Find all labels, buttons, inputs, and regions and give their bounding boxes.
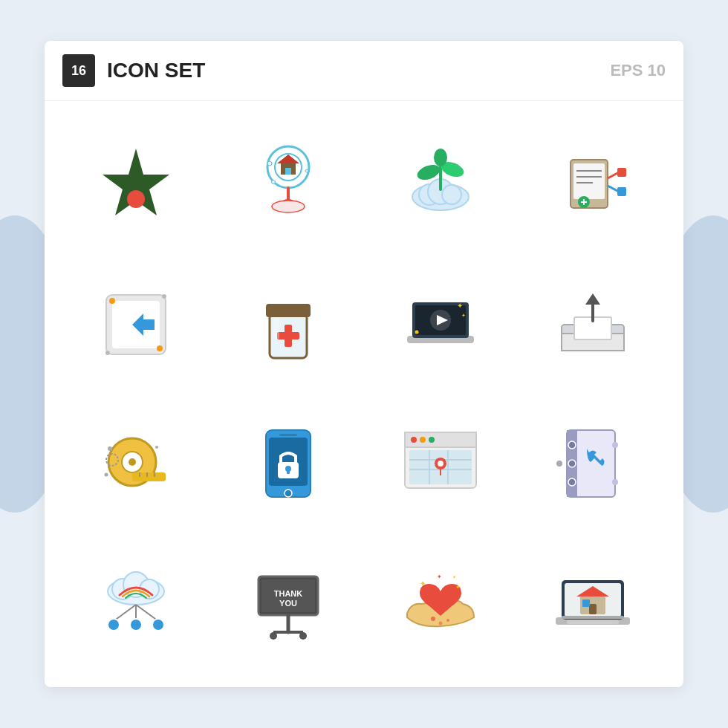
svg-point-96 xyxy=(556,461,562,467)
icon-map-web xyxy=(364,394,516,533)
svg-point-105 xyxy=(130,619,142,631)
icon-location-house xyxy=(212,116,364,255)
svg-point-11 xyxy=(271,180,275,183)
svg-line-103 xyxy=(136,605,158,621)
svg-text:YOU: YOU xyxy=(279,599,297,608)
svg-point-66 xyxy=(155,446,158,449)
svg-point-122 xyxy=(438,622,442,625)
svg-point-93 xyxy=(568,478,576,486)
icon-back-arrow xyxy=(59,255,212,394)
svg-text:✦: ✦ xyxy=(461,313,466,318)
svg-line-31 xyxy=(608,186,619,192)
icon-home-laptop xyxy=(516,533,669,672)
svg-text:✦: ✦ xyxy=(420,579,426,588)
icon-thank-you-sign: THANK YOU xyxy=(212,533,364,672)
svg-point-67 xyxy=(104,473,108,477)
svg-rect-131 xyxy=(562,616,624,619)
icon-device-connect xyxy=(516,116,669,255)
svg-point-78 xyxy=(411,437,417,443)
svg-text:✦: ✦ xyxy=(457,302,463,310)
svg-rect-73 xyxy=(287,469,290,474)
page-title: ICON SET xyxy=(107,59,598,82)
svg-point-37 xyxy=(157,345,163,351)
svg-line-29 xyxy=(608,172,619,178)
icon-phone-lock xyxy=(212,394,364,533)
svg-point-92 xyxy=(568,460,576,467)
svg-line-101 xyxy=(114,605,136,621)
svg-rect-61 xyxy=(132,472,166,481)
svg-point-123 xyxy=(446,619,449,622)
svg-point-9 xyxy=(267,161,272,166)
icon-plant-cloud xyxy=(364,116,516,255)
svg-point-1 xyxy=(127,190,145,208)
svg-rect-129 xyxy=(589,604,597,614)
icon-heart-hand: ✦ ✦ ✦ ✦ xyxy=(364,533,516,672)
svg-rect-22 xyxy=(573,163,605,199)
icon-cloud-network xyxy=(59,533,212,672)
svg-point-52 xyxy=(415,330,418,334)
svg-point-87 xyxy=(438,461,443,467)
svg-point-80 xyxy=(429,437,435,443)
svg-point-65 xyxy=(108,446,112,451)
svg-rect-41 xyxy=(266,304,311,317)
svg-text:✦: ✦ xyxy=(452,575,456,579)
svg-point-79 xyxy=(420,437,426,443)
svg-rect-132 xyxy=(567,620,619,624)
svg-point-121 xyxy=(431,617,435,621)
svg-rect-130 xyxy=(582,599,590,607)
svg-point-12 xyxy=(272,201,305,212)
svg-point-95 xyxy=(612,479,618,485)
svg-rect-75 xyxy=(279,434,297,436)
svg-rect-44 xyxy=(273,317,279,339)
svg-point-106 xyxy=(152,619,164,631)
svg-rect-70 xyxy=(269,438,308,486)
main-card: 16 ICON SET EPS 10 xyxy=(45,41,683,687)
svg-point-16 xyxy=(442,185,461,204)
icon-video-laptop: ✦ ✦ xyxy=(364,255,516,394)
icon-camera-measure xyxy=(59,394,212,533)
icon-inbox-upload xyxy=(516,255,669,394)
svg-point-36 xyxy=(109,298,115,304)
icon-medicine-jar xyxy=(212,255,364,394)
svg-point-104 xyxy=(108,619,120,631)
icons-grid: ✦ ✦ xyxy=(45,101,683,687)
svg-point-60 xyxy=(129,458,136,466)
svg-point-10 xyxy=(305,169,308,172)
svg-text:THANK: THANK xyxy=(273,589,302,598)
svg-rect-30 xyxy=(617,168,626,177)
svg-point-38 xyxy=(105,351,110,355)
card-header: 16 ICON SET EPS 10 xyxy=(45,41,683,101)
badge-number: 16 xyxy=(62,54,95,87)
svg-text:✦: ✦ xyxy=(437,573,442,580)
svg-point-91 xyxy=(568,441,576,449)
svg-marker-57 xyxy=(585,293,600,305)
icon-star xyxy=(59,116,212,255)
svg-rect-6 xyxy=(285,168,291,175)
svg-rect-32 xyxy=(617,187,626,196)
icon-phone-book xyxy=(516,394,669,533)
svg-point-20 xyxy=(434,149,447,166)
svg-point-74 xyxy=(285,490,292,497)
eps-label: EPS 10 xyxy=(610,61,666,80)
svg-text:✦: ✦ xyxy=(455,584,461,591)
svg-rect-43 xyxy=(277,332,299,339)
svg-point-94 xyxy=(612,442,618,448)
svg-point-39 xyxy=(162,294,166,299)
